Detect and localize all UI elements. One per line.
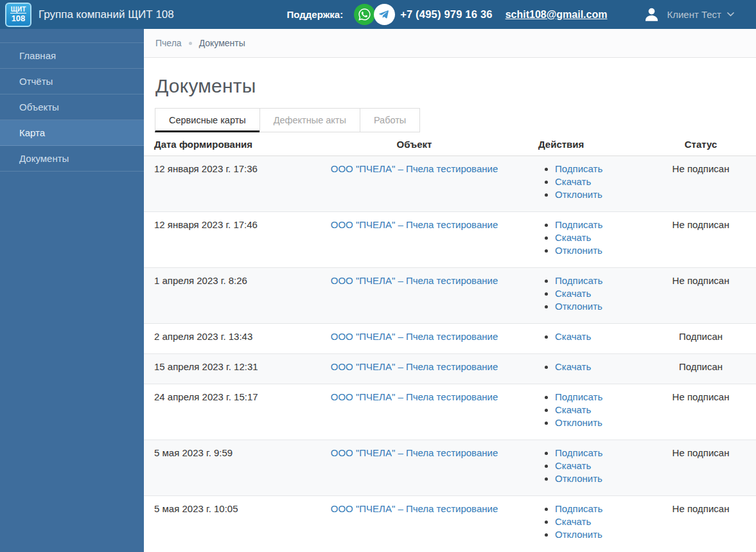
document-date: 2 апреля 2023 г. 13:43 <box>144 324 295 354</box>
table-row: 24 апреля 2023 г. 15:17 ООО "ПЧЕЛА" – Пч… <box>144 384 756 440</box>
action-item: Отклонить <box>555 188 640 201</box>
object-link[interactable]: ООО "ПЧЕЛА" – Пчела тестирование <box>331 447 498 458</box>
action-item: Подписать <box>555 218 640 231</box>
status-text: Не подписан <box>646 156 756 212</box>
object-link[interactable]: ООО "ПЧЕЛА" – Пчела тестирование <box>331 163 498 174</box>
document-object-cell: ООО "ПЧЕЛА" – Пчела тестирование <box>295 496 533 552</box>
action-link-скачать[interactable]: Скачать <box>555 516 591 527</box>
action-item: Скачать <box>555 404 640 416</box>
sidebar-nav: ГлавнаяОтчётыОбъектыКартаДокументы <box>0 42 144 172</box>
action-link-отклонить[interactable]: Отклонить <box>555 417 602 428</box>
sidebar-item-0[interactable]: Главная <box>0 43 144 69</box>
tab-2[interactable]: Работы <box>360 108 420 132</box>
table-row: 12 января 2023 г. 17:36 ООО "ПЧЕЛА" – Пч… <box>144 156 756 212</box>
document-date: 1 апреля 2023 г. 8:26 <box>144 268 295 324</box>
support-phone[interactable]: +7 (495) 979 16 36 <box>400 8 493 21</box>
document-object-cell: ООО "ПЧЕЛА" – Пчела тестирование <box>295 324 533 354</box>
top-header: ЩИТ 108 Группа компаний ЩИТ 108 Поддержк… <box>0 0 756 29</box>
sidebar: ГлавнаяОтчётыОбъектыКартаДокументы <box>0 29 144 552</box>
actions-list: ПодписатьСкачатьОтклонить <box>538 218 640 257</box>
document-actions-cell: ПодписатьСкачатьОтклонить <box>533 212 646 268</box>
logo-line2: 108 <box>12 13 26 23</box>
action-item: Отклонить <box>555 416 640 429</box>
chevron-down-icon <box>727 12 734 17</box>
document-date: 24 апреля 2023 г. 15:17 <box>144 384 295 440</box>
action-item: Подписать <box>555 503 640 515</box>
actions-list: Скачать <box>538 361 640 373</box>
document-date: 5 мая 2023 г. 9:59 <box>144 440 295 496</box>
document-actions-cell: Скачать <box>533 324 646 354</box>
telegram-icon[interactable] <box>374 4 395 25</box>
action-link-скачать[interactable]: Скачать <box>555 331 591 342</box>
breadcrumb: Пчела Документы <box>144 29 756 58</box>
document-actions-cell: ПодписатьСкачатьОтклонить <box>533 440 646 496</box>
status-text: Подписан <box>646 324 756 354</box>
action-link-скачать[interactable]: Скачать <box>555 361 591 372</box>
document-object-cell: ООО "ПЧЕЛА" – Пчела тестирование <box>295 354 533 384</box>
action-link-отклонить[interactable]: Отклонить <box>555 189 602 200</box>
action-link-подписать[interactable]: Подписать <box>555 219 602 230</box>
breadcrumb-current-page: Документы <box>199 38 245 48</box>
support-email-link[interactable]: schit108@gmail.com <box>505 9 608 21</box>
breadcrumb-link-object[interactable]: Пчела <box>155 38 182 48</box>
action-link-скачать[interactable]: Скачать <box>555 460 591 471</box>
status-text: Не подписан <box>646 212 756 268</box>
action-link-отклонить[interactable]: Отклонить <box>555 473 602 484</box>
breadcrumb-separator-dot <box>189 42 192 45</box>
object-link[interactable]: ООО "ПЧЕЛА" – Пчела тестирование <box>331 503 498 514</box>
object-link[interactable]: ООО "ПЧЕЛА" – Пчела тестирование <box>331 361 498 372</box>
table-row: 12 января 2023 г. 17:46 ООО "ПЧЕЛА" – Пч… <box>144 212 756 268</box>
action-item: Подписать <box>555 447 640 459</box>
action-link-подписать[interactable]: Подписать <box>555 447 602 458</box>
table-header: Дата формирования Объект Действия Статус <box>144 132 756 156</box>
actions-list: ПодписатьСкачатьОтклонить <box>538 503 640 541</box>
header-right: Поддержка: +7 (495) 979 16 36 schit108@g… <box>287 4 756 25</box>
document-date: 5 мая 2023 г. 10:05 <box>144 496 295 552</box>
user-menu[interactable]: Клиент Тест <box>643 6 734 23</box>
action-link-скачать[interactable]: Скачать <box>555 232 591 243</box>
page-title: Документы <box>155 75 756 98</box>
object-link[interactable]: ООО "ПЧЕЛА" – Пчела тестирование <box>331 219 498 230</box>
action-link-скачать[interactable]: Скачать <box>555 404 591 415</box>
document-actions-cell: ПодписатьСкачатьОтклонить <box>533 268 646 324</box>
actions-list: ПодписатьСкачатьОтклонить <box>538 163 640 201</box>
action-item: Скачать <box>555 231 640 244</box>
tab-1[interactable]: Дефектные акты <box>259 108 360 132</box>
actions-list: ПодписатьСкачатьОтклонить <box>538 447 640 485</box>
table-row: 5 мая 2023 г. 9:59 ООО "ПЧЕЛА" – Пчела т… <box>144 440 756 496</box>
document-object-cell: ООО "ПЧЕЛА" – Пчела тестирование <box>295 156 533 212</box>
actions-list: ПодписатьСкачатьОтклонить <box>538 274 640 313</box>
status-text: Не подписан <box>646 440 756 496</box>
action-link-отклонить[interactable]: Отклонить <box>555 245 602 256</box>
object-link[interactable]: ООО "ПЧЕЛА" – Пчела тестирование <box>331 391 498 402</box>
action-item: Подписать <box>555 274 640 287</box>
action-link-подписать[interactable]: Подписать <box>555 503 602 514</box>
document-actions-cell: ПодписатьСкачатьОтклонить <box>533 496 646 552</box>
sidebar-item-4[interactable]: Документы <box>0 146 144 172</box>
document-object-cell: ООО "ПЧЕЛА" – Пчела тестирование <box>295 384 533 440</box>
sidebar-item-3[interactable]: Карта <box>0 120 144 146</box>
action-link-скачать[interactable]: Скачать <box>555 288 591 299</box>
main-content: Пчела Документы Документы Сервисные карт… <box>144 29 756 552</box>
tab-0[interactable]: Сервисные карты <box>155 108 260 132</box>
documents-table: Дата формирования Объект Действия Статус… <box>144 132 756 551</box>
company-name: Группа компаний ЩИТ 108 <box>39 8 174 21</box>
support-label: Поддержка: <box>287 9 344 20</box>
action-link-подписать[interactable]: Подписать <box>555 163 602 174</box>
action-link-отклонить[interactable]: Отклонить <box>555 529 602 540</box>
action-link-отклонить[interactable]: Отклонить <box>555 301 602 312</box>
document-actions-cell: ПодписатьСкачатьОтклонить <box>533 384 646 440</box>
company-logo[interactable]: ЩИТ 108 <box>5 3 31 27</box>
action-link-скачать[interactable]: Скачать <box>555 176 591 187</box>
action-link-подписать[interactable]: Подписать <box>555 391 602 402</box>
document-actions-cell: ПодписатьСкачатьОтклонить <box>533 156 646 212</box>
object-link[interactable]: ООО "ПЧЕЛА" – Пчела тестирование <box>331 331 498 342</box>
actions-list: Скачать <box>538 330 640 343</box>
whatsapp-icon[interactable] <box>354 4 375 25</box>
object-link[interactable]: ООО "ПЧЕЛА" – Пчела тестирование <box>331 275 498 286</box>
status-text: Не подписан <box>646 268 756 324</box>
action-link-подписать[interactable]: Подписать <box>555 275 602 286</box>
action-item: Скачать <box>555 515 640 528</box>
sidebar-item-2[interactable]: Объекты <box>0 94 144 120</box>
sidebar-item-1[interactable]: Отчёты <box>0 69 144 94</box>
